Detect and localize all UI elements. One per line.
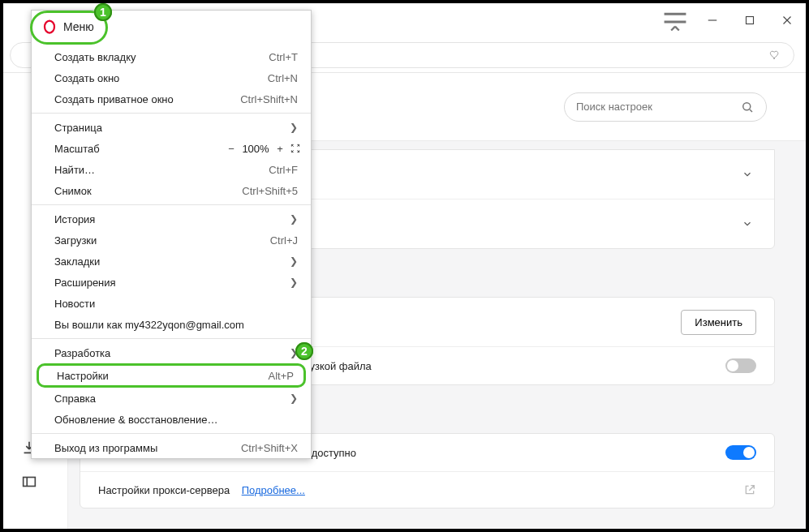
zoom-in-button[interactable]: + [272, 143, 288, 155]
svg-rect-1 [24, 478, 36, 487]
window-minimize-button[interactable] [694, 3, 731, 37]
menu-label: Меню [63, 20, 94, 33]
fullscreen-icon[interactable] [288, 141, 303, 156]
proxy-row[interactable]: Настройки прокси-сервера Подробнее... [80, 471, 774, 508]
settings-search-input[interactable] [576, 101, 740, 113]
menu-signed-in-as[interactable]: Вы вошли как my4322yqon@gmail.com [32, 314, 311, 335]
sidebar-toggle-icon[interactable] [18, 470, 41, 493]
window-close-button[interactable] [768, 3, 806, 37]
menu-developer[interactable]: Разработка❯ [32, 342, 311, 363]
menu-zoom: Масштаб − 100% + [32, 138, 311, 159]
svg-point-2 [743, 102, 751, 109]
menu-history[interactable]: История❯ [32, 208, 311, 230]
bookmark-heart-icon[interactable] [768, 48, 782, 62]
menu-find[interactable]: Найти…Ctrl+F [32, 159, 311, 180]
ask-before-download-toggle[interactable] [725, 358, 756, 373]
menu-bookmarks[interactable]: Закладки❯ [32, 251, 311, 272]
settings-search[interactable] [564, 92, 767, 122]
customize-toolbar-icon[interactable] [656, 3, 694, 37]
menu-extensions[interactable]: Расширения❯ [32, 272, 311, 293]
hw-accel-toggle[interactable] [725, 445, 756, 460]
opera-logo-icon [42, 19, 57, 34]
zoom-value: 100% [239, 143, 272, 155]
svg-rect-0 [747, 17, 754, 24]
proxy-label: Настройки прокси-сервера [98, 484, 230, 496]
zoom-out-button[interactable]: − [223, 143, 239, 155]
svg-point-3 [45, 21, 54, 33]
chevron-down-icon [738, 165, 756, 183]
menu-exit[interactable]: Выход из программыCtrl+Shift+X [32, 437, 311, 458]
menu-downloads[interactable]: ЗагрузкиCtrl+J [32, 230, 311, 251]
menu-update-recovery[interactable]: Обновление & восстановление… [32, 409, 311, 430]
menu-snapshot[interactable]: СнимокCtrl+Shift+5 [32, 180, 311, 201]
annotation-badge-1: 1 [94, 3, 112, 21]
proxy-learn-more-link[interactable]: Подробнее... [242, 484, 305, 496]
window-maximize-button[interactable] [731, 3, 768, 37]
menu-settings[interactable]: НастройкиAlt+P [37, 363, 306, 388]
menu-new-private-window[interactable]: Создать приватное окноCtrl+Shift+N [32, 88, 311, 109]
chevron-down-icon [738, 215, 756, 233]
search-icon [740, 100, 755, 114]
menu-new-tab[interactable]: Создать вкладкуCtrl+T [32, 46, 311, 67]
annotation-badge-2: 2 [295, 342, 313, 360]
menu-new-window[interactable]: Создать окноCtrl+N [32, 67, 311, 88]
menu-help[interactable]: Справка❯ [32, 388, 311, 409]
menu-page[interactable]: Страница❯ [32, 117, 311, 138]
change-location-button[interactable]: Изменить [681, 310, 756, 335]
open-external-icon[interactable] [743, 483, 756, 496]
menu-news[interactable]: Новости [32, 293, 311, 314]
main-menu: Меню Создать вкладкуCtrl+T Создать окноC… [31, 10, 312, 459]
